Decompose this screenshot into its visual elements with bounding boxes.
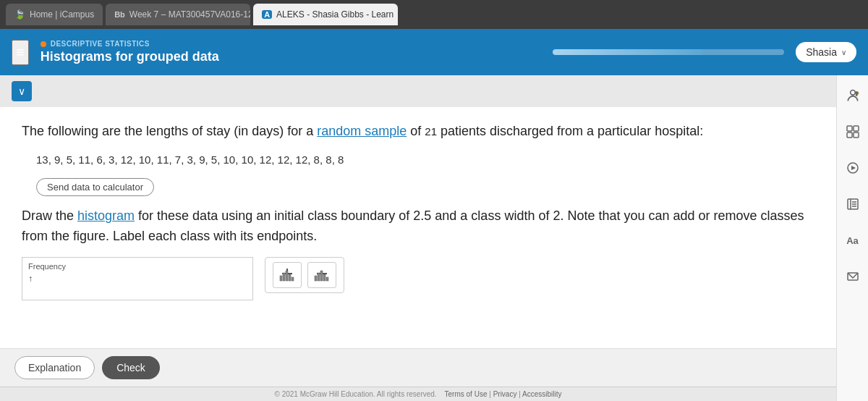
aleks-tab-icon: A [262,10,272,19]
svg-rect-6 [292,277,294,281]
progress-bar-fill [553,49,703,55]
remove-bar-icon [314,266,330,282]
svg-rect-3 [283,273,285,281]
histogram-toolbar [265,257,344,293]
svg-rect-5 [289,274,291,281]
terms-link[interactable]: Terms of Use [445,390,488,398]
header-title-area: DESCRIPTIVE STATISTICS Histograms for gr… [41,40,542,64]
tab-aleks[interactable]: A ALEKS - Shasia Gibbs - Learn × [253,4,398,25]
blackboard-tab-label: Week 7 – MAT300457VA016-121... [129,9,250,20]
random-sample-link[interactable]: random sample [317,124,407,138]
tab-icampus[interactable]: 🍃 Home | iCampus [6,4,103,25]
bottom-bar: Explanation Check [0,348,836,387]
chevron-down-icon: ∨ [841,48,846,56]
patient-count: 21 [425,125,437,138]
svg-point-13 [850,90,855,96]
svg-rect-12 [326,277,328,281]
aleks-header: ≡ DESCRIPTIVE STATISTICS Histograms for … [0,29,868,75]
histogram-container[interactable]: Frequency ↑ [22,257,253,300]
send-data-button[interactable]: Send data to calculator [36,178,154,196]
svg-text:?: ? [855,91,858,96]
data-values-row: 13, 9, 5, 11, 6, 3, 12, 10, 11, 7, 3, 9,… [22,152,814,169]
question-text-part2: of [407,124,425,138]
histogram-row: Frequency ↑ [22,257,814,300]
header-subtitle: DESCRIPTIVE STATISTICS [41,40,542,48]
add-bar-icon [279,266,295,282]
privacy-link[interactable]: Privacy [493,390,517,398]
user-name-label: Shasia [806,46,837,58]
person-icon[interactable]: ? [841,84,864,107]
svg-rect-18 [847,132,852,138]
question-text-part3: patients discharged from a particular ho… [437,124,703,138]
content-main: The following are the lengths of stay (i… [0,107,836,348]
footer-copyright: © 2021 McGraw Hill Education. All rights… [274,390,436,398]
expand-button[interactable]: ∨ [12,81,32,101]
send-data-area: Send data to calculator [22,178,814,196]
orange-dot-icon [41,41,46,47]
svg-rect-16 [847,126,852,131]
class-width-num: 2 [553,208,560,223]
progress-bar-track [553,49,784,55]
draw-text-part1: Draw the [22,208,77,223]
svg-rect-8 [315,276,317,281]
explanation-button[interactable]: Explanation [14,356,95,379]
footer: © 2021 McGraw Hill Education. All rights… [0,387,836,401]
remove-bar-button[interactable] [312,264,331,286]
check-button[interactable]: Check [102,356,160,379]
font-icon[interactable]: Aa [841,229,864,252]
draw-text-part3: and a class width of [431,208,553,223]
right-sidebar: ? [836,75,868,401]
draw-text-part2: for these data using an initial class bo… [135,208,413,223]
browser-chrome: 🍃 Home | iCampus Bb Week 7 – MAT300457VA… [0,0,868,29]
remove-bar-group [307,262,336,288]
tab-blackboard[interactable]: Bb Week 7 – MAT300457VA016-121... [106,4,250,25]
data-values: 13, 9, 5, 11, 6, 3, 12, 10, 11, 7, 3, 9,… [36,153,344,166]
svg-rect-19 [854,132,859,138]
svg-rect-10 [320,271,323,281]
hamburger-button[interactable]: ≡ [12,40,29,65]
blackboard-tab-icon: Bb [114,10,125,19]
svg-rect-4 [286,271,288,281]
play-icon[interactable] [841,156,864,180]
envelope-icon[interactable] [841,265,864,288]
draw-instruction: Draw the histogram for these data using … [22,206,814,247]
accessibility-link[interactable]: Accessibility [522,390,561,398]
add-bar-button[interactable] [278,264,297,286]
grid-icon[interactable] [841,120,864,143]
aleks-tab-label: ALEKS - Shasia Gibbs - Learn [276,9,393,20]
expand-btn-row: ∨ [0,75,836,107]
svg-rect-11 [323,274,326,281]
question-text-part1: The following are the lengths of stay (i… [22,124,317,138]
histogram-link[interactable]: histogram [77,208,135,223]
y-axis-arrow: ↑ [28,274,33,284]
question-paragraph: The following are the lengths of stay (i… [22,122,814,142]
icampus-tab-icon: 🍃 [14,9,25,20]
svg-marker-21 [851,166,856,170]
svg-rect-17 [854,126,859,131]
user-menu-button[interactable]: Shasia ∨ [796,42,856,62]
progress-bar-area [553,49,784,55]
book-icon[interactable] [841,193,864,216]
add-bar-group [273,262,302,288]
header-main-title: Histograms for grouped data [41,49,542,64]
frequency-label: Frequency [28,262,247,271]
icampus-tab-label: Home | iCampus [30,9,94,20]
svg-rect-2 [280,276,282,281]
initial-boundary-num: 2.5 [413,208,431,223]
svg-rect-9 [318,273,320,281]
